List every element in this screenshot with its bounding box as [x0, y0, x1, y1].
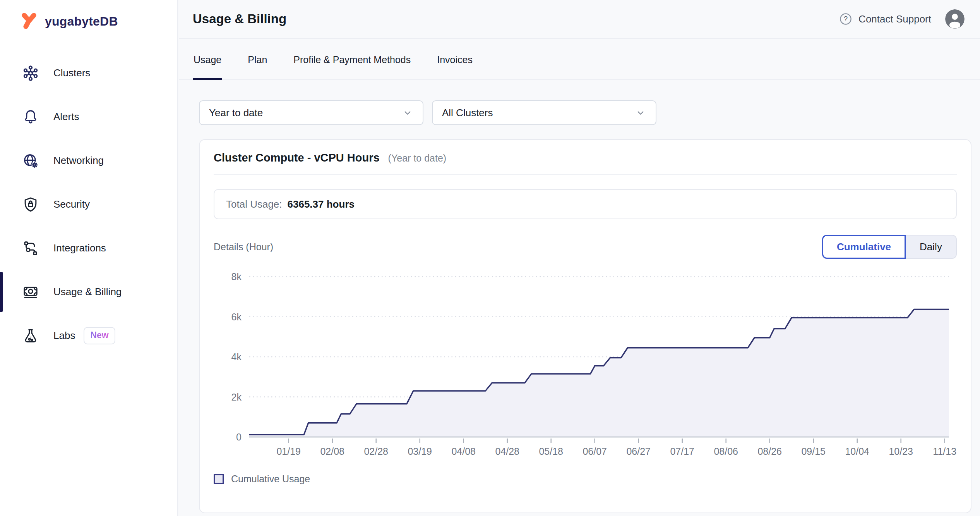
- sidebar-nav: Clusters Alerts Networking Security Inte…: [0, 51, 177, 358]
- main-content: Usage & Billing ? Contact Support: [179, 0, 980, 516]
- svg-text:10/04: 10/04: [845, 446, 869, 457]
- chart-legend: Cumulative Usage: [214, 473, 957, 485]
- sidebar-item-labs[interactable]: LabsNew: [0, 314, 177, 358]
- toggle-option-cumulative[interactable]: Cumulative: [822, 235, 906, 259]
- svg-text:11/13: 11/13: [933, 446, 956, 457]
- usage-chart: 02k4k6k8k01/1902/0802/2803/1904/0804/280…: [214, 268, 959, 466]
- new-badge: New: [84, 327, 115, 344]
- tab-plan[interactable]: Plan: [247, 48, 268, 79]
- page-header: Usage & Billing ? Contact Support: [179, 0, 980, 39]
- card-subtitle: (Year to date): [388, 153, 447, 164]
- svg-text:06/07: 06/07: [583, 446, 607, 457]
- help-icon: ?: [838, 12, 853, 26]
- cumulative-daily-toggle: CumulativeDaily: [822, 235, 957, 259]
- avatar[interactable]: [945, 9, 965, 29]
- toggle-option-daily[interactable]: Daily: [906, 235, 957, 259]
- sidebar-item-label: Labs: [53, 330, 75, 342]
- page-title: Usage & Billing: [193, 12, 286, 26]
- svg-text:04/28: 04/28: [495, 446, 519, 457]
- card-title: Cluster Compute - vCPU Hours: [214, 151, 380, 164]
- svg-text:02/08: 02/08: [320, 446, 344, 457]
- svg-text:0: 0: [236, 432, 242, 442]
- tab-usage[interactable]: Usage: [193, 48, 222, 79]
- svg-text:?: ?: [844, 15, 848, 23]
- sidebar-item-label: Integrations: [53, 242, 106, 254]
- yugabytedb-logo[interactable]: yugabyteDB: [0, 0, 177, 31]
- svg-text:01/19: 01/19: [276, 446, 301, 457]
- sidebar-item-label: Networking: [53, 155, 104, 167]
- security-shield-icon: [22, 196, 39, 213]
- card-divider: [214, 174, 957, 175]
- sidebar-item-security[interactable]: Security: [0, 182, 177, 226]
- sidebar-item-integrations[interactable]: Integrations: [0, 226, 177, 270]
- integrations-icon: [22, 239, 39, 257]
- networking-globe-icon: [22, 152, 39, 170]
- details-row: Details (Hour) CumulativeDaily: [214, 235, 957, 259]
- chevron-down-icon: [402, 107, 413, 119]
- sidebar: yugabyteDB Clusters Alerts Networking Se…: [0, 0, 178, 516]
- alerts-bell-icon: [22, 108, 39, 126]
- tab-profile-payment-methods[interactable]: Profile & Payment Methods: [293, 48, 411, 79]
- filters-row: Year to date All Clusters: [199, 100, 980, 125]
- clusters-select-value: All Clusters: [442, 107, 493, 119]
- legend-label: Cumulative Usage: [231, 473, 310, 485]
- svg-text:6k: 6k: [231, 311, 242, 322]
- svg-text:08/06: 08/06: [714, 446, 738, 457]
- details-label: Details (Hour): [214, 241, 273, 253]
- sidebar-item-label: Usage & Billing: [53, 286, 122, 298]
- svg-text:2k: 2k: [231, 392, 242, 402]
- svg-text:06/27: 06/27: [626, 446, 651, 457]
- usage-billing-icon: [22, 283, 39, 301]
- period-select-value: Year to date: [209, 107, 263, 119]
- sidebar-item-label: Alerts: [53, 111, 79, 123]
- legend-checkbox[interactable]: [214, 474, 224, 484]
- chevron-down-icon: [635, 107, 646, 119]
- svg-text:04/08: 04/08: [451, 446, 476, 457]
- total-usage-box: Total Usage: 6365.37 hours: [214, 189, 957, 219]
- svg-text:4k: 4k: [231, 351, 242, 362]
- clusters-select[interactable]: All Clusters: [432, 100, 656, 125]
- svg-text:09/15: 09/15: [801, 446, 826, 457]
- usage-card: Cluster Compute - vCPU Hours (Year to da…: [199, 139, 971, 513]
- svg-text:07/17: 07/17: [670, 446, 694, 457]
- svg-text:02/28: 02/28: [364, 446, 388, 457]
- sidebar-item-label: Security: [53, 198, 90, 210]
- billing-tabs: UsagePlanProfile & Payment MethodsInvoic…: [179, 48, 980, 80]
- tab-invoices[interactable]: Invoices: [436, 48, 473, 79]
- svg-text:10/23: 10/23: [889, 446, 913, 457]
- yugabyte-logo-icon: [19, 12, 39, 31]
- contact-support-button[interactable]: ? Contact Support: [838, 12, 931, 26]
- svg-text:8k: 8k: [231, 271, 242, 282]
- sidebar-item-alerts[interactable]: Alerts: [0, 95, 177, 139]
- period-select[interactable]: Year to date: [199, 100, 423, 125]
- total-usage-label: Total Usage:: [226, 198, 282, 210]
- sidebar-item-label: Clusters: [53, 67, 90, 79]
- clusters-icon: [22, 64, 39, 82]
- sidebar-item-networking[interactable]: Networking: [0, 139, 177, 182]
- brand-name: yugabyteDB: [45, 14, 118, 29]
- contact-support-label: Contact Support: [858, 13, 931, 25]
- svg-text:03/19: 03/19: [408, 446, 432, 457]
- sidebar-item-clusters[interactable]: Clusters: [0, 51, 177, 95]
- sidebar-item-usage-billing[interactable]: Usage & Billing: [0, 270, 177, 314]
- total-usage-value: 6365.37 hours: [288, 198, 355, 210]
- svg-text:08/26: 08/26: [757, 446, 782, 457]
- svg-text:05/18: 05/18: [539, 446, 563, 457]
- labs-flask-icon: [22, 327, 39, 345]
